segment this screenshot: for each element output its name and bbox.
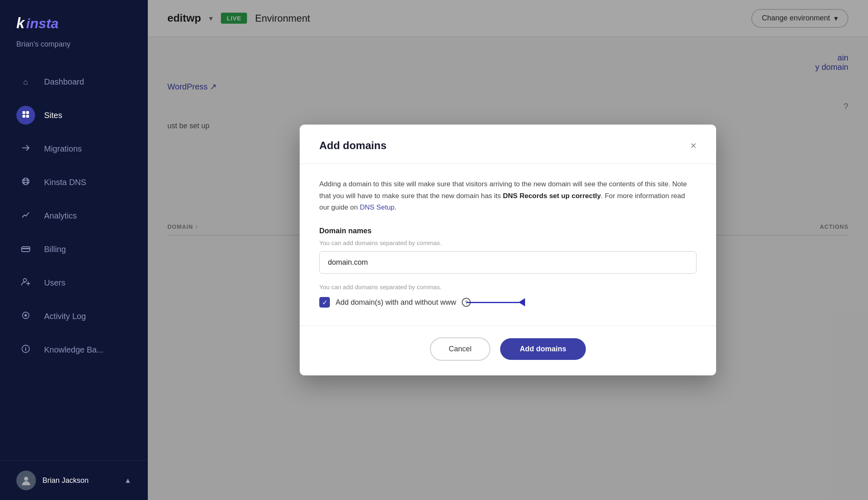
arrow-line <box>466 302 519 303</box>
sites-icon <box>21 110 30 121</box>
sidebar-item-kinsta-dns[interactable]: Kinsta DNS <box>0 165 148 199</box>
home-icon: ⌂ <box>23 77 28 87</box>
www-checkbox[interactable]: ✓ <box>319 297 330 308</box>
www-checkbox-row: ✓ Add domain(s) with and without www ? <box>319 297 697 308</box>
svg-point-8 <box>24 314 27 317</box>
sidebar-item-users[interactable]: Users <box>0 266 148 299</box>
users-icon <box>21 277 30 288</box>
migrations-icon-wrap <box>16 139 35 158</box>
domain-hint: You can add domains separated by commas. <box>319 239 697 246</box>
sidebar-item-dashboard[interactable]: ⌂ Dashboard <box>0 65 148 98</box>
sidebar-item-billing[interactable]: Billing <box>0 232 148 266</box>
svg-rect-5 <box>22 248 30 249</box>
knowledge-base-icon-wrap <box>16 340 35 359</box>
logo-text-rest: insta <box>26 16 58 31</box>
sidebar-item-label-activity-log: Activity Log <box>44 312 86 321</box>
footer-chevron-icon: ▲ <box>124 476 131 485</box>
logo-text: k <box>16 15 24 32</box>
svg-point-10 <box>24 477 28 481</box>
analytics-icon <box>21 210 30 221</box>
svg-rect-0 <box>22 111 25 114</box>
main-content-area: editwp ▾ LIVE Environment Change environ… <box>148 0 868 500</box>
sites-icon-wrap <box>16 106 35 125</box>
cancel-button[interactable]: Cancel <box>430 337 490 361</box>
sidebar-item-label-dashboard: Dashboard <box>44 77 84 87</box>
dashboard-icon-wrap: ⌂ <box>16 72 35 91</box>
activity-log-icon-wrap <box>16 307 35 326</box>
sidebar-item-label-billing: Billing <box>44 245 66 254</box>
dns-setup-link[interactable]: DNS Setup <box>360 203 394 211</box>
users-icon-wrap <box>16 273 35 292</box>
modal-title: Add domains <box>319 139 387 152</box>
modal-body: Adding a domain to this site will make s… <box>300 164 716 326</box>
description-end: . <box>394 203 396 211</box>
sidebar-item-knowledge-base[interactable]: Knowledge Ba... <box>0 333 148 366</box>
modal-description: Adding a domain to this site will make s… <box>319 179 697 214</box>
svg-rect-3 <box>26 115 29 118</box>
sidebar-item-label-migrations: Migrations <box>44 144 82 154</box>
domain-names-label: Domain names <box>319 227 697 235</box>
migrations-icon <box>21 143 30 154</box>
footer-username: Brian Jackson <box>42 476 89 485</box>
description-bold: DNS Records set up correctly <box>503 192 601 200</box>
add-domains-button[interactable]: Add domains <box>500 338 586 360</box>
sidebar-logo: k insta <box>0 0 148 40</box>
domain-hint2: You can add domains separated by commas. <box>319 283 697 290</box>
kinsta-dns-icon-wrap <box>16 173 35 192</box>
sidebar-item-label-knowledge-base: Knowledge Ba... <box>44 345 104 355</box>
sidebar: k insta Brian's company ⌂ Dashboard <box>0 0 148 500</box>
sidebar-item-activity-log[interactable]: Activity Log <box>0 299 148 333</box>
domain-input[interactable] <box>319 251 697 274</box>
sidebar-item-label-users: Users <box>44 278 65 288</box>
modal-backdrop: Add domains × Adding a domain to this si… <box>148 0 868 500</box>
add-domains-modal: Add domains × Adding a domain to this si… <box>300 125 716 376</box>
svg-rect-1 <box>26 111 29 114</box>
sidebar-item-migrations[interactable]: Migrations <box>0 132 148 165</box>
billing-icon-wrap <box>16 240 35 259</box>
svg-point-6 <box>23 279 27 282</box>
sidebar-nav: ⌂ Dashboard Sites <box>0 61 148 460</box>
arrow-annotation <box>466 298 525 306</box>
sidebar-item-sites[interactable]: Sites <box>0 98 148 132</box>
dns-icon <box>21 177 30 188</box>
sidebar-footer[interactable]: Brian Jackson ▲ <box>0 460 148 500</box>
sidebar-item-label-kinsta-dns: Kinsta DNS <box>44 178 86 187</box>
modal-close-button[interactable]: × <box>690 140 697 151</box>
modal-footer: Cancel Add domains <box>300 326 716 375</box>
knowledge-base-icon <box>21 344 30 355</box>
checkmark-icon: ✓ <box>322 299 327 306</box>
svg-rect-2 <box>22 115 25 118</box>
modal-header: Add domains × <box>300 125 716 164</box>
sidebar-item-label-analytics: Analytics <box>44 211 77 221</box>
sidebar-item-label-sites: Sites <box>44 111 62 120</box>
company-name: Brian's company <box>0 40 148 61</box>
billing-icon <box>21 245 30 254</box>
www-checkbox-label: Add domain(s) with and without www <box>336 298 456 307</box>
arrow-head <box>519 298 525 306</box>
sidebar-item-analytics[interactable]: Analytics <box>0 199 148 232</box>
analytics-icon-wrap <box>16 206 35 225</box>
activity-log-icon <box>21 311 30 322</box>
avatar <box>16 471 36 490</box>
